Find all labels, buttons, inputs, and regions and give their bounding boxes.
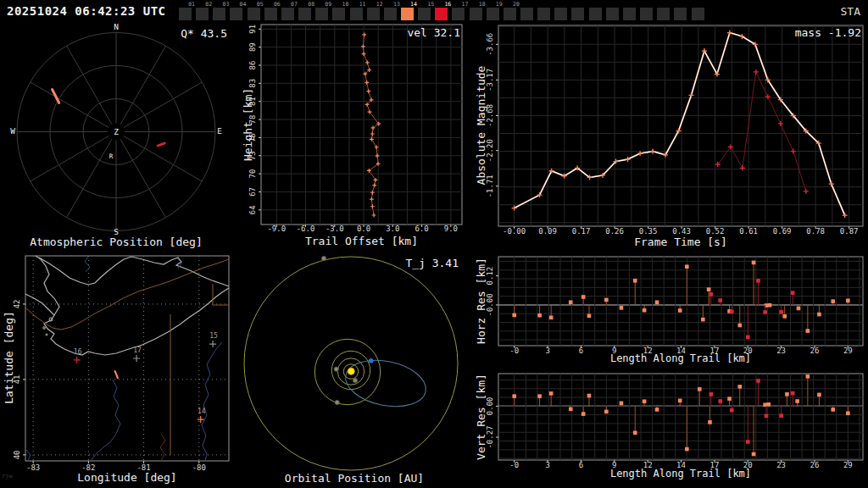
svg-text:83: 83: [248, 79, 257, 88]
sun-marker: [348, 368, 354, 374]
meteor-streak-red: [158, 143, 164, 146]
svg-text:-1.71: -1.71: [486, 175, 494, 197]
svg-text:0.35: 0.35: [639, 227, 658, 236]
map-y-axis-title: Latitude [deg]: [3, 311, 15, 404]
magnitude-x-axis-title: Frame Time [s]: [498, 236, 863, 248]
earth-marker: [369, 358, 374, 363]
vert-res-station-a: [512, 374, 849, 456]
trail-offset-plot: -9.0-6.0-3.00.03.06.09.09189868381787573…: [248, 25, 462, 233]
svg-text:17: 17: [133, 347, 142, 354]
svg-text:0.61: 0.61: [739, 227, 758, 236]
vert-res-grid: [498, 374, 863, 460]
svg-text:6.0: 6.0: [415, 225, 428, 233]
polar-streaks: [53, 90, 165, 146]
svg-text:-9.0: -9.0: [267, 225, 286, 233]
lightcurve-primary: [512, 30, 848, 219]
orbit-caption: Orbital Position [AU]: [248, 472, 460, 485]
svg-text:14: 14: [198, 408, 206, 415]
trail-y-axis-title: Height [km]: [242, 88, 254, 161]
svg-text:-6.0: -6.0: [297, 225, 315, 233]
svg-text:R: R: [109, 152, 114, 160]
svg-text:3.0: 3.0: [386, 225, 399, 233]
svg-text:0.43: 0.43: [672, 227, 691, 236]
svg-text:0.87: 0.87: [840, 227, 859, 236]
svg-text:-0.27: -0.27: [486, 426, 494, 449]
ground-map: -83-82-81-80424140: [13, 256, 229, 472]
svg-text:0.17: 0.17: [572, 227, 591, 236]
trail-grid: [261, 25, 462, 225]
svg-text:-3.17: -3.17: [486, 69, 494, 92]
svg-text:0.0: 0.0: [357, 225, 370, 233]
tisserand-stat: T_j 3.41: [363, 257, 459, 269]
orbital-position-plot: [244, 256, 458, 470]
svg-text:-3.66: -3.66: [486, 33, 494, 56]
svg-text:70: 70: [248, 169, 257, 179]
map-geography: [25, 256, 229, 461]
map-stations: 14151617: [74, 332, 218, 423]
mass-stat: mass -1.92: [736, 26, 861, 39]
svg-text:40: 40: [13, 450, 21, 459]
planet-marker: [321, 256, 326, 260]
trail-x-axis-title: Trail Offset [km]: [261, 235, 462, 247]
svg-text:W: W: [10, 126, 15, 136]
svg-text:-2.20: -2.20: [486, 139, 494, 162]
map-grid: [25, 256, 229, 461]
svg-text:42: 42: [13, 300, 21, 309]
meteor-analysis-dashboard: 20251024 06:42:23 UTC 010203040506070809…: [0, 0, 868, 488]
svg-text:86: 86: [248, 61, 257, 70]
vert-res-y-axis-title: Vert Res [km]: [475, 374, 487, 460]
map-x-axis-title: Longitude [deg]: [25, 471, 229, 484]
meteor-streak-orange: [53, 90, 59, 103]
vert-res-x-axis-title: Length Along Trail [km]: [498, 468, 863, 480]
svg-text:Z: Z: [114, 127, 119, 136]
svg-text:0.12: 0.12: [486, 267, 494, 286]
svg-text:15: 15: [209, 332, 218, 340]
svg-text:0.52: 0.52: [706, 227, 725, 236]
planet-marker: [353, 378, 357, 382]
planet-marker: [335, 400, 339, 404]
horz-res-x-axis-title: Length Along Trail [km]: [498, 352, 863, 364]
planet-marker: [334, 367, 338, 371]
svg-text:91: 91: [248, 25, 257, 34]
svg-text:0.69: 0.69: [773, 227, 792, 236]
svg-text:-0.00: -0.00: [503, 227, 526, 236]
svg-text:0.78: 0.78: [806, 227, 825, 236]
svg-text:67: 67: [248, 187, 257, 197]
horz-res-y-axis-title: Horz Res [km]: [475, 258, 487, 344]
watermark: rjw: [2, 473, 13, 480]
lightcurve-secondary: [715, 69, 809, 194]
vert-res-plot: -0369121417202326290.00-0.27: [486, 374, 863, 469]
svg-text:9.0: 9.0: [444, 225, 458, 233]
svg-text:89: 89: [248, 42, 257, 52]
svg-text:N: N: [114, 22, 119, 31]
svg-text:-3.0: -3.0: [326, 225, 344, 233]
svg-text:16: 16: [74, 348, 82, 356]
svg-text:-0.00: -0.00: [486, 293, 494, 316]
map-ground-track: [115, 371, 118, 378]
svg-text:0.00: 0.00: [486, 397, 494, 416]
svg-text:-2.68: -2.68: [486, 104, 494, 127]
q-star-stat: Q* 43.5: [127, 27, 227, 40]
velocity-stat: vel 32.1: [360, 26, 460, 39]
svg-text:0.09: 0.09: [538, 227, 557, 236]
svg-text:64: 64: [248, 205, 257, 214]
svg-text:E: E: [217, 126, 222, 136]
polar-caption: Atmospheric Position [deg]: [14, 236, 218, 248]
magnitude-y-axis-title: Absolute Magnitude: [475, 66, 487, 186]
svg-text:0.26: 0.26: [605, 227, 624, 236]
